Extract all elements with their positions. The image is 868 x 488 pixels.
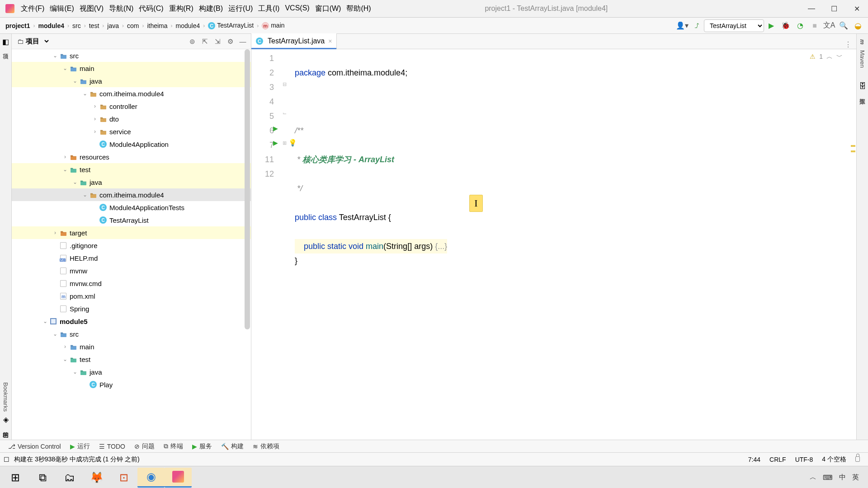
tree-node[interactable]: pom.xml [12, 290, 251, 302]
tree-node[interactable]: ⌄java [12, 176, 251, 188]
coverage-button[interactable]: ◔ [793, 19, 807, 32]
menu-help[interactable]: 帮助(H) [344, 3, 373, 15]
tree-node[interactable]: ⌄java [12, 366, 251, 378]
project-tree[interactable]: ⌄src⌄main⌄java⌄com.itheima.module4›contr… [12, 49, 251, 440]
crumb-java[interactable]: java [104, 22, 122, 29]
tree-node[interactable]: mvnw [12, 264, 251, 277]
services-tab[interactable]: ▶服务 [188, 442, 217, 450]
problems-tab[interactable]: ⊘问题 [130, 442, 159, 450]
tree-node[interactable]: ›service [12, 125, 251, 138]
line-separator[interactable]: CRLF [765, 456, 791, 463]
fold-icon[interactable]: ⊟ [280, 80, 288, 88]
settings-icon[interactable]: ⚙ [224, 36, 236, 47]
close-tab-icon[interactable]: × [328, 38, 332, 45]
task-view-button[interactable]: ⧉ [29, 468, 56, 488]
build-tab[interactable]: 🔨构建 [217, 442, 248, 450]
tree-node[interactable]: CModule4Application [12, 138, 251, 150]
tree-arrow-icon[interactable]: ⌄ [52, 52, 59, 59]
menu-build[interactable]: 构建(B) [196, 3, 226, 15]
build-icon[interactable]: ⭜ [690, 19, 703, 32]
bookmarks-tool-label[interactable]: Bookmarks [2, 382, 9, 412]
warning-marker[interactable] [851, 150, 855, 152]
edge-icon[interactable]: ◉ [137, 468, 165, 488]
run-line-icon[interactable]: ▶ [271, 124, 279, 132]
indent-setting[interactable]: 4 个空格 [817, 455, 851, 464]
menu-navigate[interactable]: 导航(N) [106, 3, 136, 15]
menu-vcs[interactable]: VCS(S) [282, 3, 312, 15]
tree-node[interactable]: mvnw.cmd [12, 277, 251, 290]
intellij-icon[interactable] [165, 468, 192, 488]
menu-code[interactable]: 代码(C) [136, 3, 166, 15]
menu-view[interactable]: 视图(V) [77, 3, 106, 15]
inspection-widget[interactable]: ⚠ 1 ︿ ﹀ [810, 51, 843, 62]
terminal-tab[interactable]: ⧉终端 [159, 442, 188, 450]
stop-button[interactable]: ■ [808, 19, 821, 32]
tree-node[interactable]: ›main [12, 340, 251, 353]
run-tab[interactable]: ▶运行 [66, 442, 94, 450]
tree-arrow-icon[interactable]: ⌄ [81, 192, 89, 198]
readonly-lock-icon[interactable] [851, 456, 864, 463]
error-stripe[interactable] [850, 49, 856, 440]
tree-node[interactable]: HELP.md [12, 252, 251, 264]
debug-button[interactable]: 🐞 [779, 19, 793, 32]
tree-node[interactable]: ⌄java [12, 75, 251, 87]
tree-node[interactable]: ›resources [12, 150, 251, 163]
warning-marker[interactable] [851, 145, 855, 147]
code-editor[interactable]: 12345671112 ⊟ ⌙ ▶ ▶ ⊞ 💡 package com.ithe… [251, 49, 856, 440]
locate-icon[interactable]: ⊚ [186, 36, 198, 47]
dependencies-tab[interactable]: ≋依赖项 [248, 442, 284, 450]
run-line-icon[interactable]: ▶ [271, 139, 279, 147]
tree-node[interactable]: ⌄com.itheima.module4 [12, 87, 251, 100]
tree-node[interactable]: CTestArrayList [12, 214, 251, 226]
tree-node[interactable]: .gitignore [12, 239, 251, 252]
tree-arrow-icon[interactable]: › [91, 128, 99, 135]
tree-arrow-icon[interactable]: ⌄ [61, 356, 69, 362]
close-button[interactable]: ✕ [845, 0, 868, 17]
hide-icon[interactable]: — [236, 36, 249, 47]
office-icon[interactable]: ⊡ [110, 468, 137, 488]
structure-icon[interactable]: ⊞ [2, 431, 10, 439]
status-widget-icon[interactable]: ☐ [4, 456, 9, 463]
crumb-project[interactable]: project1 [3, 22, 33, 29]
tree-arrow-icon[interactable]: › [91, 116, 99, 122]
tree-arrow-icon[interactable]: › [91, 103, 99, 109]
search-icon[interactable]: 🔍 [837, 19, 850, 32]
tree-node[interactable]: ⌄src [12, 49, 251, 62]
tree-arrow-icon[interactable]: ⌄ [71, 369, 79, 375]
add-user-icon[interactable]: 👤▾ [675, 19, 689, 32]
tree-arrow-icon[interactable]: › [61, 343, 69, 350]
tree-node[interactable]: Spring [12, 302, 251, 315]
database-icon[interactable]: 🗄 [859, 82, 867, 90]
tree-arrow-icon[interactable]: ⌄ [71, 179, 79, 185]
maximize-button[interactable]: ☐ [823, 0, 845, 17]
ime-mode[interactable]: 中 [839, 473, 846, 482]
scrollbar[interactable] [245, 49, 250, 329]
crumb-com[interactable]: com [124, 22, 142, 29]
tree-arrow-icon[interactable]: › [61, 154, 69, 160]
next-highlight-icon[interactable]: ﹀ [836, 49, 843, 64]
tree-arrow-icon[interactable]: ⌄ [52, 331, 59, 337]
ime-lang[interactable]: 英 [852, 473, 859, 482]
editor-tab[interactable]: C TestArrayList.java × [251, 33, 337, 49]
crumb-src[interactable]: src [70, 22, 84, 29]
menu-refactor[interactable]: 重构(R) [166, 3, 196, 15]
project-panel-title[interactable]: 项目 [26, 37, 39, 46]
expand-all-icon[interactable]: ⇱ [198, 36, 211, 47]
ide-settings-icon[interactable]: ◒ [851, 19, 865, 32]
todo-tab[interactable]: ☰TODO [94, 443, 130, 450]
maven-tool-label[interactable]: m [859, 39, 866, 45]
ime-indicator-icon[interactable]: ⌨ [823, 474, 833, 482]
crumb-itheima[interactable]: itheima [144, 22, 170, 29]
menu-tools[interactable]: 工具(I) [255, 3, 282, 15]
start-button[interactable]: ⊞ [2, 468, 29, 488]
collapse-all-icon[interactable]: ⇲ [211, 36, 224, 47]
system-tray[interactable]: ︿ ⌨ 中 英 [802, 466, 866, 488]
crumb-test[interactable]: test [86, 22, 102, 29]
tree-node[interactable]: ⌄com.itheima.module4 [12, 188, 251, 201]
tree-node[interactable]: ⌄src [12, 328, 251, 340]
tree-node[interactable]: ›target [12, 226, 251, 239]
project-view-select[interactable] [41, 38, 50, 45]
locale-icon[interactable]: 文A [822, 19, 836, 32]
crumb-pkg[interactable]: module4 [173, 22, 203, 29]
minimize-button[interactable]: — [800, 0, 823, 17]
